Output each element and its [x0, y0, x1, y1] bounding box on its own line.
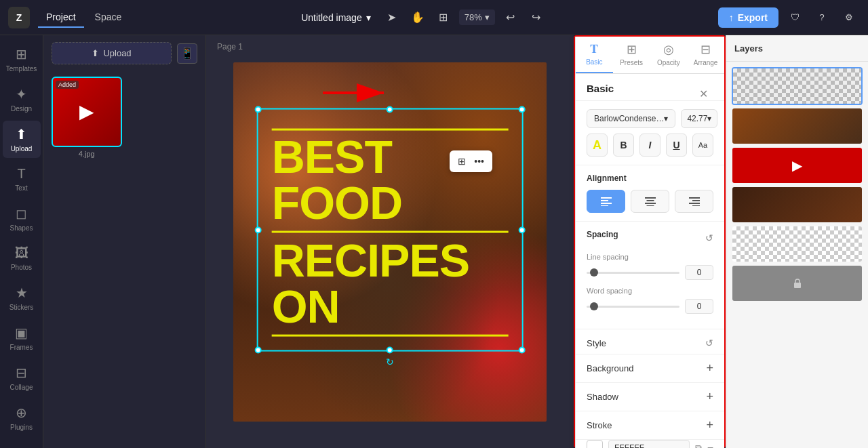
- svg-rect-14: [794, 283, 801, 288]
- sidebar-item-upload[interactable]: ⬆ Upload: [3, 121, 41, 158]
- sidebar-item-photos[interactable]: 🖼 Photos: [3, 240, 41, 277]
- resize-handle-botright[interactable]: [518, 347, 525, 354]
- style-title: Style: [587, 338, 606, 348]
- help-icon-btn[interactable]: ?: [811, 7, 833, 28]
- properties-panel-wrapper: 𝐓 Basic ⊞ Presets ◎ Opacity ⊟ Arrange: [574, 35, 726, 448]
- stroke-add-btn[interactable]: +: [706, 418, 713, 432]
- tab-arrange[interactable]: ⊟ Arrange: [687, 37, 724, 73]
- layer-item-4[interactable]: [732, 186, 863, 223]
- layout-tool[interactable]: ⊞: [433, 7, 454, 28]
- sidebar-item-collage[interactable]: ⊟ Collage: [3, 359, 41, 396]
- sidebar-item-text[interactable]: T Text: [3, 161, 41, 197]
- background-add-btn[interactable]: +: [706, 361, 713, 375]
- rotate-handle[interactable]: ↻: [386, 357, 394, 367]
- doc-title[interactable]: Untitled image ▾: [301, 12, 371, 23]
- align-right-btn[interactable]: [675, 190, 713, 213]
- layer-item-5[interactable]: [732, 226, 863, 262]
- underline-btn[interactable]: U: [666, 134, 687, 157]
- mobile-icon[interactable]: 📱: [177, 43, 197, 64]
- text-element[interactable]: ↻ BEST FOOD RECIPES ON: [257, 108, 524, 352]
- align-left-icon: [601, 197, 612, 206]
- hand-tool[interactable]: ✋: [408, 7, 428, 28]
- settings-icon-btn[interactable]: ⚙: [838, 7, 860, 28]
- photos-icon: 🖼: [15, 245, 28, 261]
- font-family-select[interactable]: BarlowCondense… ▾: [587, 109, 675, 128]
- resize-handle-botmid[interactable]: [387, 347, 393, 354]
- stroke-color-swatch[interactable]: [587, 440, 603, 448]
- properties-panel: 𝐓 Basic ⊞ Presets ◎ Opacity ⊟ Arrange: [575, 37, 724, 448]
- topbar-tabs: Project Space: [38, 7, 130, 28]
- resize-handle-topleft[interactable]: [255, 106, 262, 113]
- tab-space[interactable]: Space: [87, 7, 130, 28]
- align-left-btn[interactable]: [587, 190, 625, 213]
- topbar-tools: ➤ ✋ ⊞ 78% ▾ ↩ ↪: [382, 7, 547, 28]
- layer-item-1[interactable]: [732, 67, 863, 105]
- case-btn[interactable]: Aa: [692, 134, 713, 157]
- sidebar-item-design[interactable]: ✦ Design: [3, 81, 41, 118]
- basic-tab-icon: 𝐓: [590, 42, 598, 56]
- alignment-section: Alignment: [576, 165, 724, 222]
- redo-btn[interactable]: ↪: [526, 7, 547, 28]
- line-spacing-label: Line spacing: [587, 253, 713, 261]
- sidebar-item-label: Design: [11, 105, 32, 113]
- line-spacing-value: 0: [685, 265, 713, 280]
- align-center-btn[interactable]: [631, 190, 669, 213]
- canvas[interactable]: ⊞ ••• ↻ BEST FOOD: [233, 62, 547, 422]
- tab-basic[interactable]: 𝐓 Basic: [576, 37, 613, 73]
- tab-presets-label: Presets: [620, 59, 643, 66]
- alignment-row: [587, 190, 713, 213]
- align-center-icon: [645, 197, 656, 206]
- left-panel: ⬆ Upload 📱 Added ▶ 4.jpg: [43, 35, 206, 448]
- layer-item-2[interactable]: [732, 108, 863, 144]
- presets-tab-icon: ⊞: [627, 42, 637, 57]
- layer-item-6[interactable]: [732, 265, 863, 302]
- word-spacing-thumb[interactable]: [590, 302, 598, 310]
- pointer-tool[interactable]: ➤: [382, 7, 402, 28]
- upload-item-4jpg[interactable]: Added ▶: [52, 77, 122, 147]
- arrange-tab-icon: ⊟: [701, 42, 711, 57]
- font-section: BarlowCondense… ▾ 42.77 ▾ A B I U Aa: [576, 101, 724, 165]
- resize-handle-topright[interactable]: [518, 106, 525, 113]
- topbar-right: ↑ Export 🛡 ? ⚙: [718, 7, 860, 28]
- font-size-dropdown-icon: ▾: [707, 114, 711, 123]
- shield-icon-btn[interactable]: 🛡: [784, 7, 806, 28]
- topbar: Z Project Space Untitled image ▾ ➤ ✋ ⊞ 7…: [0, 0, 868, 35]
- export-button[interactable]: ↑ Export: [718, 7, 778, 28]
- layers-title: Layers: [734, 43, 763, 54]
- tab-presets[interactable]: ⊞ Presets: [613, 37, 650, 73]
- font-size-input[interactable]: 42.77 ▾: [681, 109, 717, 128]
- resize-handle-midright[interactable]: [518, 226, 525, 233]
- stroke-hex-input[interactable]: FFFFFF: [608, 440, 690, 448]
- bold-btn[interactable]: B: [613, 134, 634, 157]
- stroke-remove-btn[interactable]: −: [707, 442, 713, 448]
- doc-title-text: Untitled image: [301, 12, 362, 23]
- tab-opacity[interactable]: ◎ Opacity: [650, 37, 688, 73]
- sidebar-item-templates[interactable]: ⊞ Templates: [3, 41, 41, 78]
- line-spacing-thumb[interactable]: [590, 268, 598, 277]
- style-reset-btn[interactable]: ↺: [705, 338, 713, 348]
- panel-close-btn[interactable]: ✕: [699, 87, 708, 100]
- shadow-add-btn[interactable]: +: [706, 390, 713, 404]
- sidebar-item-label: Templates: [6, 65, 37, 73]
- layer-item-3[interactable]: ▶: [732, 147, 863, 184]
- spacing-reset-btn[interactable]: ↺: [705, 232, 713, 243]
- tab-arrange-label: Arrange: [694, 59, 718, 66]
- zoom-control[interactable]: 78% ▾: [459, 9, 495, 25]
- resize-handle-botleft[interactable]: [255, 347, 262, 354]
- yt-play-icon: ▶: [792, 157, 802, 174]
- resize-handle-midleft[interactable]: [255, 226, 262, 233]
- stroke-filter-btn[interactable]: ⧉: [695, 443, 702, 449]
- red-arrow-indicator: [316, 76, 397, 113]
- line-spacing-slider[interactable]: [587, 272, 679, 274]
- tab-project[interactable]: Project: [38, 7, 84, 28]
- color-swatch-btn[interactable]: A: [587, 134, 608, 157]
- upload-button[interactable]: ⬆ Upload: [52, 42, 172, 64]
- sidebar-item-frames[interactable]: ▣ Frames: [3, 319, 41, 357]
- layer-thumb-1: [733, 68, 861, 104]
- sidebar-item-stickers[interactable]: ★ Stickers: [3, 279, 41, 317]
- sidebar-item-shapes[interactable]: ◻ Shapes: [3, 200, 41, 237]
- undo-btn[interactable]: ↩: [500, 7, 521, 28]
- sidebar-item-plugins[interactable]: ⊕ Plugins: [3, 399, 41, 436]
- word-spacing-slider[interactable]: [587, 306, 679, 308]
- italic-btn[interactable]: I: [639, 134, 660, 157]
